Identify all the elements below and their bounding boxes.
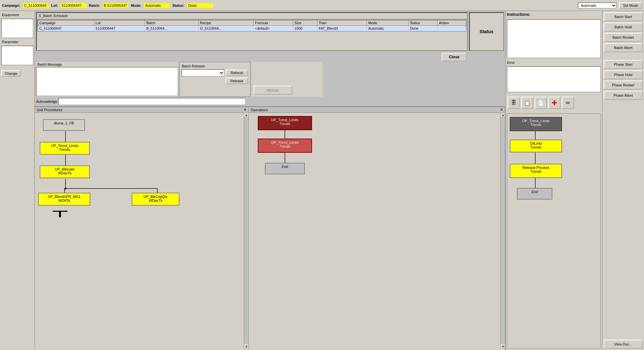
lot-label: Lot:	[51, 4, 58, 7]
op-scrollbar: ▲ ▼	[500, 113, 505, 349]
status-box-label: Status	[480, 29, 494, 34]
schedule-container: S_Batch Schedule Campaign Lot Batch Reci…	[36, 12, 468, 51]
close-row: Close	[35, 52, 505, 62]
equipment-label: Equipment	[1, 12, 33, 17]
schedule-title: S_Batch Schedule	[37, 13, 467, 19]
batch-hold-button[interactable]: Batch Hold	[604, 23, 643, 32]
batch-start-button[interactable]: Batch Start	[604, 12, 643, 21]
center-area: S_Batch Schedule Campaign Lot Batch Reci…	[35, 11, 505, 350]
batch-label: Batch:	[89, 4, 100, 7]
col-mode: Mode	[367, 20, 408, 26]
batch-abort-button[interactable]: Batch Abort	[604, 43, 643, 52]
batch-message-label: Batch Message	[36, 62, 178, 67]
batch-restart-button[interactable]: Batch Restart	[604, 33, 643, 42]
operations-content[interactable]: ▲ ▼ UP_Trend_LimitsTrends OP_Trend_Limit…	[249, 113, 505, 349]
col-recipe: Recipe	[198, 20, 253, 26]
close-button[interactable]: Close	[442, 53, 467, 61]
schedule-row: S_Batch Schedule Campaign Lot Batch Reci…	[36, 12, 504, 51]
release-button[interactable]: Release	[226, 78, 248, 84]
unit-procedures-close[interactable]: ✕	[244, 108, 247, 112]
middle-row: Batch Message Batch Release Refresh Rele…	[36, 62, 504, 97]
op-scroll-down[interactable]: ▼	[501, 344, 505, 349]
right-panel: Instructions: Error 🗄 📋 📄 ✚ ✏ OP_Trend_L…	[505, 11, 602, 350]
phase-abort-button[interactable]: Phase Abort	[604, 91, 643, 100]
up-trend-box[interactable]: UP_Trend_LimitsTrends	[40, 142, 90, 155]
schedule-table-wrap: Campaign Lot Batch Recipe Formula Size T…	[37, 20, 467, 32]
icon-toolbar: 🗄 📋 📄 ✚ ✏	[507, 96, 601, 110]
up-allocate-box[interactable]: UP_AllocateWDayTk	[40, 165, 90, 178]
change-button[interactable]: Change	[1, 70, 21, 77]
database-icon-btn[interactable]: 🗄	[508, 97, 520, 109]
allocate-area: Allocate	[252, 62, 323, 97]
mode-label: Mode:	[131, 4, 141, 7]
illuma-box[interactable]: Illuma_2_FB	[43, 119, 85, 131]
batch-message-field[interactable]	[36, 67, 178, 96]
campaign-value: C_511000644	[23, 3, 49, 8]
error-field[interactable]	[507, 66, 601, 92]
status-label: Status:	[172, 4, 184, 7]
batch-release-select[interactable]	[182, 69, 224, 76]
phase-hold-button[interactable]: Phase Hold	[604, 70, 643, 79]
up-blend-box[interactable]: UP_BlendXFR_MG1WOilTk	[38, 193, 90, 206]
col-campaign: Campaign	[38, 20, 95, 26]
up-scroll-down[interactable]: ▼	[244, 344, 248, 349]
main-layout: Equipment Parameter Change S_Batch Sched…	[0, 11, 644, 350]
col-lot: Lot	[94, 20, 145, 26]
op-trend-sel-box[interactable]: OP_Trend_LimitsTrends	[258, 139, 312, 153]
instructions-field[interactable]	[507, 19, 601, 58]
error-label: Error	[507, 61, 601, 64]
unit-procedures-content[interactable]: ▲ ▼	[35, 113, 248, 349]
equipment-field	[1, 19, 33, 38]
operations-close[interactable]: ✕	[500, 108, 503, 112]
op-end-box[interactable]: End	[265, 163, 305, 174]
unit-procedures-label: Unit Procedures	[37, 108, 62, 112]
svg-point-7	[65, 188, 66, 190]
col-status: Status	[408, 20, 438, 26]
right-flow-panel: OP_Trend_LimitsTrends OilLmtsTrends Rele…	[507, 113, 601, 349]
rp-oil-box[interactable]: OilLmtsTrends	[510, 140, 562, 152]
unit-procedures-title: Unit Procedures ✕	[35, 107, 248, 113]
acknowledge-label: Acknowledge	[36, 100, 57, 103]
left-sidebar: Equipment Parameter Change	[0, 11, 35, 350]
phase-start-button[interactable]: Phase Start	[604, 60, 643, 69]
mode-dropdown[interactable]: Automatic Manual Semi-Automatic	[578, 3, 617, 8]
rp-release-box[interactable]: Release ProcessTrends	[510, 164, 562, 178]
right-flow-content: OP_Trend_LimitsTrends OilLmtsTrends Rele…	[507, 114, 600, 348]
add-icon-btn[interactable]: ✚	[548, 97, 560, 109]
col-formula: Formula	[254, 20, 293, 26]
refresh-button[interactable]: Refresh	[226, 70, 248, 76]
operations-panel: Operations ✕ ▲ ▼ UP_Trend_LimitsTrends O…	[249, 107, 505, 350]
acknowledge-field[interactable]	[58, 98, 246, 105]
op-scroll-up[interactable]: ▲	[501, 113, 505, 117]
lot-value: 5110006447	[61, 3, 86, 8]
op-trend-top-box[interactable]: UP_Trend_LimitsTrends	[258, 116, 312, 130]
view-doc-button[interactable]: View Doc...	[604, 340, 643, 349]
batch-value: B 5110006447	[103, 3, 128, 8]
batch-release-title: Batch Release	[182, 64, 248, 68]
operations-title: Operations ✕	[249, 107, 505, 113]
document-icon-btn[interactable]: 📄	[535, 97, 547, 109]
clipboard-icon-btn[interactable]: 📋	[521, 97, 533, 109]
col-train: Train	[317, 20, 367, 26]
rp-end-box[interactable]: End	[517, 188, 552, 199]
phase-restart-button[interactable]: Phase Restart	[604, 81, 643, 90]
status-value: Done	[187, 3, 213, 8]
col-batch: Batch	[145, 20, 198, 26]
batch-release-area: Batch Release Refresh Release	[179, 62, 250, 97]
status-box: Status	[469, 12, 504, 51]
allocate-button[interactable]: Allocate	[254, 86, 292, 95]
up-blk-box[interactable]: UP_BlkCngQtyWDayTk	[132, 193, 179, 206]
col-action: Action	[438, 20, 466, 26]
top-bar: Campaign: C_511000644 Lot: 5110006447 Ba…	[0, 0, 644, 11]
set-mode-button[interactable]: Set Mode	[619, 2, 642, 9]
parameter-label: Parameter	[1, 39, 33, 44]
parameter-field	[1, 46, 33, 65]
mode-value: Automatic	[144, 3, 170, 8]
table-row[interactable]: C_5110004475110006447B_5110064...I2_5110…	[38, 26, 466, 31]
up-scroll-up[interactable]: ▲	[244, 113, 248, 117]
acknowledge-row: Acknowledge	[36, 98, 504, 105]
batch-message-area: Batch Message	[36, 62, 178, 97]
instructions-label: Instructions:	[507, 12, 601, 17]
edit-icon-btn[interactable]: ✏	[562, 97, 574, 109]
rp-op-trend-box[interactable]: OP_Trend_LimitsTrends	[510, 117, 562, 131]
